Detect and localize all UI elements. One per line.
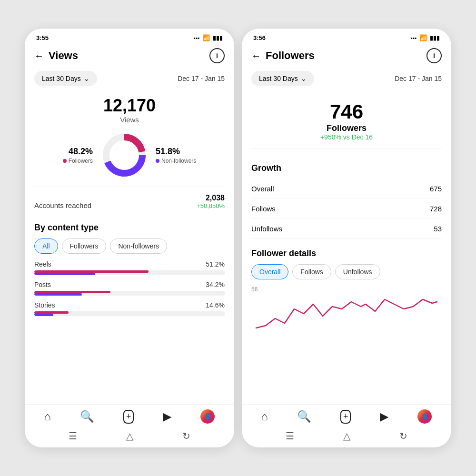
accounts-reached-row: Accounts reached 2,038 +50,850%	[34, 187, 225, 216]
follower-chart-svg	[251, 295, 442, 333]
date-range-btn-right[interactable]: Last 30 Days ⌄	[251, 71, 314, 86]
nav-profile-right[interactable]: 👤	[417, 409, 432, 424]
content-tab-group: All Followers Non-followers	[34, 238, 225, 254]
nav-add-right[interactable]: +	[340, 410, 351, 424]
nonfollowers-dot	[156, 159, 159, 163]
tab-overall-right[interactable]: Overall	[251, 264, 288, 279]
tab-nonfollowers[interactable]: Non-followers	[110, 238, 167, 254]
android-back-right[interactable]: ↻	[399, 430, 407, 442]
donut-legend-right: 51.8% Non-followers	[156, 147, 196, 164]
donut-svg	[100, 131, 148, 179]
content-left: 12,170 Views 48.2% Followers	[25, 91, 234, 404]
nav-reels-right[interactable]: ▶	[380, 410, 388, 423]
nav-search-left[interactable]: 🔍	[80, 410, 94, 423]
android-back-left[interactable]: ↻	[182, 430, 190, 442]
date-range-btn-left[interactable]: Last 30 Days ⌄	[34, 71, 97, 86]
info-button-right[interactable]: i	[426, 48, 442, 63]
bar-posts: Posts 34.2%	[34, 281, 225, 296]
android-menu-right[interactable]: ☰	[286, 430, 294, 442]
bar-stories-track	[34, 311, 225, 316]
info-icon-right: i	[433, 52, 435, 60]
bar-reels-track	[34, 270, 225, 275]
followers-change: +950% vs Dec 16	[251, 133, 442, 141]
status-bar-right: 3:56 ▪▪▪ 📶 ▮▮▮	[242, 29, 451, 43]
tab-unfollows-right[interactable]: Unfollows	[335, 264, 380, 279]
nav-add-left[interactable]: +	[123, 410, 134, 424]
battery-icon-left: ▮▮▮	[213, 35, 223, 41]
donut-legend-left: 48.2% Followers	[63, 147, 93, 164]
follower-details-section: Follower details Overall Follows Unfollo…	[251, 248, 442, 334]
android-nav-left: ☰ △ ↻	[25, 426, 234, 447]
wifi-icon-left: 📶	[202, 34, 210, 41]
header-left: ← Views i	[25, 43, 234, 68]
bar-posts-pct: 34.2%	[206, 281, 225, 288]
back-button-left[interactable]: ← Views	[34, 50, 78, 62]
bottom-nav-right: ⌂ 🔍 + ▶ 👤	[242, 404, 451, 426]
nonfollowers-label: Non-followers	[156, 158, 196, 164]
nav-home-right[interactable]: ⌂	[261, 410, 268, 423]
bar-reels: Reels 51.2%	[34, 260, 225, 275]
accounts-reached-label: Accounts reached	[34, 201, 91, 209]
growth-row-overall: Overall 675	[251, 179, 442, 199]
signal-icon-right: ▪▪▪	[410, 35, 416, 41]
main-stat-value-left: 12,170	[34, 96, 225, 116]
growth-val-follows: 728	[430, 205, 442, 213]
bar-stories-pct: 14.6%	[206, 301, 225, 309]
time-right: 3:56	[253, 34, 266, 41]
main-stat-label-left: Views	[34, 116, 225, 124]
growth-val-unfollows: 53	[434, 225, 442, 233]
follower-details-tabs: Overall Follows Unfollows	[251, 264, 442, 279]
filter-bar-left: Last 30 Days ⌄ Dec 17 - Jan 15	[25, 68, 234, 91]
growth-label-unfollows: Unfollows	[251, 225, 282, 233]
android-home-right[interactable]: △	[343, 430, 350, 442]
battery-icon-right: ▮▮▮	[430, 35, 440, 41]
follower-details-title: Follower details	[251, 248, 442, 258]
accounts-reached-value: 2,038	[197, 194, 225, 202]
tab-follows-right[interactable]: Follows	[292, 264, 331, 279]
back-button-right[interactable]: ← Followers	[251, 50, 315, 62]
by-content-title: By content type	[34, 223, 225, 233]
android-home-left[interactable]: △	[126, 430, 133, 442]
date-range-label-right: Last 30 Days	[259, 75, 298, 82]
donut-chart	[100, 131, 148, 179]
nav-search-right[interactable]: 🔍	[297, 410, 311, 423]
nav-reels-left[interactable]: ▶	[163, 410, 171, 423]
growth-label-follows: Follows	[251, 205, 276, 213]
wifi-icon-right: 📶	[419, 34, 427, 41]
date-label-right: Dec 17 - Jan 15	[395, 75, 442, 82]
back-arrow-right: ←	[251, 50, 261, 61]
accounts-reached-change: +50,850%	[197, 202, 225, 209]
followers-phone: 3:56 ▪▪▪ 📶 ▮▮▮ ← Followers i Last 30 Day…	[242, 29, 451, 447]
growth-row-follows: Follows 728	[251, 199, 442, 219]
bar-stories-label: Stories	[34, 301, 55, 309]
tab-all[interactable]: All	[34, 238, 58, 254]
date-range-label-left: Last 30 Days	[42, 75, 81, 82]
tab-followers[interactable]: Followers	[62, 238, 107, 254]
bar-reels-label: Reels	[34, 260, 51, 268]
chart-line	[256, 299, 437, 328]
time-left: 3:55	[36, 34, 49, 41]
donut-section: 48.2% Followers	[34, 131, 225, 179]
bar-reels-nonfollowers-fill	[34, 273, 95, 275]
info-icon-left: i	[216, 52, 218, 60]
nav-profile-left[interactable]: 👤	[200, 409, 215, 424]
followers-dot	[63, 159, 67, 163]
header-title-right: Followers	[266, 50, 315, 62]
chart-y-label: 56	[251, 286, 258, 293]
followers-main-label: Followers	[251, 123, 442, 133]
info-button-left[interactable]: i	[209, 48, 225, 63]
chevron-down-icon-left: ⌄	[84, 75, 89, 82]
signal-icon-left: ▪▪▪	[193, 35, 199, 41]
bar-stories-nonfollowers-fill	[34, 314, 53, 316]
followers-pct: 48.2%	[69, 147, 93, 157]
header-right: ← Followers i	[242, 43, 451, 68]
status-icons-right: ▪▪▪ 📶 ▮▮▮	[410, 34, 440, 41]
android-menu-left[interactable]: ☰	[69, 430, 77, 442]
bar-posts-nonfollowers-fill	[34, 293, 82, 296]
status-icons-left: ▪▪▪ 📶 ▮▮▮	[193, 34, 223, 41]
android-nav-right: ☰ △ ↻	[242, 426, 451, 447]
growth-row-unfollows: Unfollows 53	[251, 219, 442, 239]
bar-reels-pct: 51.2%	[206, 260, 225, 268]
growth-section: Growth Overall 675 Follows 728 Unfollows…	[251, 149, 442, 239]
nav-home-left[interactable]: ⌂	[44, 410, 51, 423]
